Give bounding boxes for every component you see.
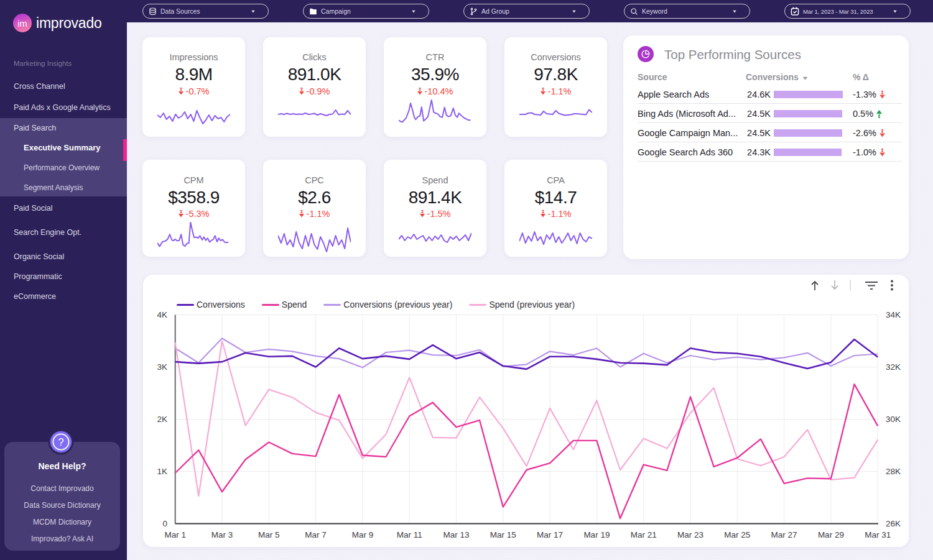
svg-text:Mar 31: Mar 31 xyxy=(865,530,891,539)
svg-text:Mar 19: Mar 19 xyxy=(583,530,610,539)
svg-text:26K: 26K xyxy=(886,519,901,528)
svg-text:0: 0 xyxy=(162,519,167,528)
svg-text:Mar 17: Mar 17 xyxy=(537,530,563,539)
svg-text:Mar 11: Mar 11 xyxy=(397,530,422,539)
svg-text:Mar 5: Mar 5 xyxy=(258,530,280,539)
svg-text:1K: 1K xyxy=(157,467,167,476)
svg-text:Mar 1: Mar 1 xyxy=(164,530,186,539)
svg-text:Mar 29: Mar 29 xyxy=(818,530,844,539)
svg-text:30K: 30K xyxy=(886,415,901,424)
svg-text:Mar 13: Mar 13 xyxy=(443,530,469,539)
svg-text:3K: 3K xyxy=(157,362,167,372)
svg-text:28K: 28K xyxy=(886,467,901,476)
svg-text:im: im xyxy=(17,19,27,29)
svg-text:Mar 9: Mar 9 xyxy=(352,530,374,539)
svg-text:Mar 27: Mar 27 xyxy=(771,530,797,539)
svg-text:2K: 2K xyxy=(157,415,167,424)
svg-text:Mar 25: Mar 25 xyxy=(724,530,750,539)
svg-text:4K: 4K xyxy=(157,310,167,319)
svg-text:32K: 32K xyxy=(886,362,901,372)
svg-text:Mar 23: Mar 23 xyxy=(677,530,703,539)
svg-text:34K: 34K xyxy=(886,310,901,319)
svg-text:?: ? xyxy=(58,436,63,448)
svg-text:Mar 3: Mar 3 xyxy=(211,530,233,539)
svg-text:Mar 15: Mar 15 xyxy=(490,530,516,539)
svg-text:Mar 21: Mar 21 xyxy=(631,530,657,539)
svg-text:Mar 7: Mar 7 xyxy=(305,530,327,539)
